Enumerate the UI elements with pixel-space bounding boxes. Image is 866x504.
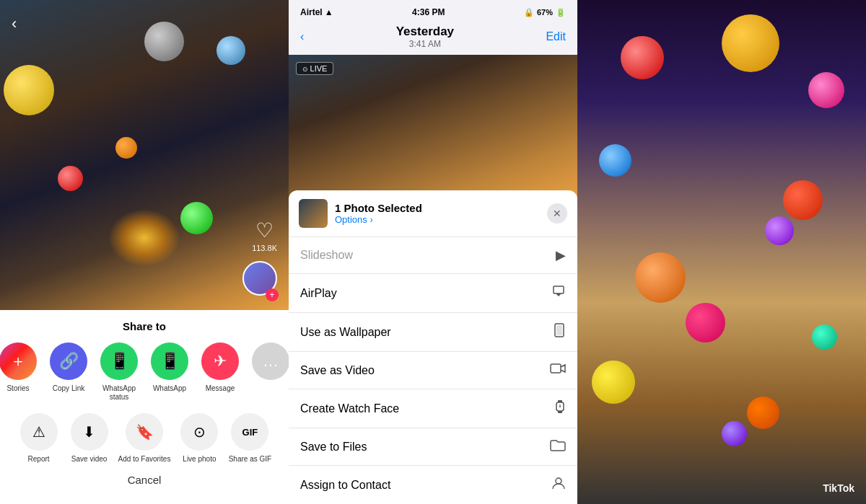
decorative-ball	[747, 397, 779, 429]
live-text: LIVE	[310, 64, 328, 73]
share-item-more[interactable]: …	[249, 342, 289, 402]
share-item-favorites[interactable]: 🔖 Add to Favorites	[118, 413, 171, 464]
whatsapp-icon: 📱	[151, 342, 188, 380]
decorative-ball	[58, 166, 83, 191]
svg-rect-3	[556, 325, 562, 335]
tiktok-video-bg: ‹ + ♡ 113.8K	[0, 0, 289, 310]
save-files-icon	[550, 438, 566, 455]
decorative-ball	[621, 36, 664, 79]
share-item-gif[interactable]: GIF Share as GIF	[228, 413, 271, 464]
copylink-icon: 🔗	[50, 342, 87, 380]
slideshow-label: Slideshow	[300, 249, 353, 262]
share-title: Share to	[123, 320, 166, 332]
action-item-assign-contact[interactable]: Assign to Contact	[289, 466, 577, 504]
whatsapp-label: WhatsApp	[153, 384, 186, 393]
share-item-report[interactable]: ⚠ Report	[17, 413, 61, 464]
decorative-ball	[722, 421, 747, 446]
report-icon: ⚠	[20, 413, 58, 451]
share-item-whatsapp[interactable]: 📱 WhatsApp	[148, 342, 191, 402]
options-link[interactable]: Options ›	[335, 214, 547, 225]
ios-share-panel: Airtel ▲ 4:36 PM 🔒 67% 🔋 ‹ Yesterday 3:4…	[289, 0, 577, 504]
share-sheet: Share to ＋ Stories 🔗 Copy Link 📱 WhatsAp…	[0, 310, 289, 504]
save-video-icon: ⬇	[71, 413, 108, 451]
action-sheet: 1 Photo Selected Options › ✕ Slideshow ▶…	[289, 190, 577, 504]
share-item-wa-status[interactable]: 📱 WhatsApp status	[97, 342, 141, 402]
save-video-label: Save as Video	[300, 364, 375, 377]
nav-subtitle: 3:41 AM	[396, 39, 454, 49]
follow-button[interactable]: +	[266, 288, 279, 301]
save-video-icon	[550, 362, 566, 379]
decorative-ball	[722, 14, 779, 72]
more-icon: …	[252, 342, 289, 380]
decorative-ball	[216, 36, 245, 65]
slideshow-icon: ▶	[556, 247, 566, 263]
time-text: 4:36 PM	[412, 7, 445, 17]
watch-face-icon	[554, 399, 566, 417]
action-sheet-thumbnail	[299, 199, 328, 228]
message-label: Message	[206, 384, 235, 393]
back-button[interactable]: ‹	[300, 30, 304, 43]
nav-title-text: Yesterday	[396, 25, 454, 39]
assign-contact-icon	[551, 476, 566, 494]
wifi-icon: ▲	[325, 7, 333, 17]
like-button[interactable]: ♡ 113.8K	[252, 218, 277, 252]
live-dot: ⊙	[302, 66, 310, 73]
glow-effect	[108, 209, 180, 267]
assign-contact-label: Assign to Contact	[300, 479, 390, 492]
share-item-stories[interactable]: ＋ Stories	[0, 342, 40, 402]
lock-icon: 🔒	[524, 8, 534, 17]
heart-icon: ♡	[255, 218, 274, 242]
stories-icon: ＋	[0, 342, 37, 380]
action-item-save-files[interactable]: Save to Files	[289, 428, 577, 466]
watch-face-label: Create Watch Face	[300, 402, 399, 415]
action-sheet-info: 1 Photo Selected Options ›	[335, 202, 547, 225]
svg-rect-6	[558, 400, 562, 402]
save-video-label: Save video	[71, 455, 107, 464]
close-button[interactable]: ✕	[547, 203, 567, 224]
decorative-ball	[808, 72, 844, 108]
gif-label: Share as GIF	[229, 455, 271, 464]
decorative-ball	[635, 252, 686, 303]
like-count: 113.8K	[252, 244, 277, 252]
action-item-wallpaper[interactable]: Use as Wallpaper	[289, 313, 577, 352]
favorites-icon: 🔖	[126, 413, 163, 451]
wallpaper-icon	[553, 323, 566, 341]
status-left: Airtel ▲	[300, 7, 333, 17]
selected-count: 1 Photo Selected	[335, 202, 547, 214]
gif-icon: GIF	[231, 413, 268, 451]
airplay-label: AirPlay	[300, 287, 337, 300]
edit-button[interactable]: Edit	[546, 30, 566, 43]
back-button[interactable]: ‹	[12, 14, 17, 33]
share-item-copylink[interactable]: 🔗 Copy Link	[47, 342, 90, 402]
svg-point-10	[556, 478, 561, 484]
photo-panel: TikTok	[577, 0, 866, 504]
live-photo-label: Live photo	[183, 455, 216, 464]
action-item-airplay[interactable]: AirPlay	[289, 274, 577, 313]
decorative-ball	[812, 324, 837, 350]
wallpaper-label: Use as Wallpaper	[300, 326, 391, 339]
action-item-watch-face[interactable]: Create Watch Face	[289, 389, 577, 428]
share-item-save-video[interactable]: ⬇ Save video	[68, 413, 111, 464]
report-label: Report	[28, 455, 50, 464]
status-right: 🔒 67% 🔋	[524, 8, 566, 17]
decorative-ball	[783, 180, 823, 220]
carrier-text: Airtel	[300, 7, 323, 17]
action-item-slideshow[interactable]: Slideshow ▶	[289, 237, 577, 274]
message-icon: ✈	[201, 342, 239, 380]
action-sheet-header: 1 Photo Selected Options › ✕	[289, 190, 577, 237]
share-item-message[interactable]: ✈ Message	[198, 342, 242, 402]
decorative-ball	[115, 137, 137, 159]
svg-rect-0	[554, 286, 564, 293]
share-icons-row2: ⚠ Report ⬇ Save video 🔖 Add to Favorites…	[0, 413, 289, 464]
share-item-live-photo[interactable]: ⊙ Live photo	[178, 413, 221, 464]
battery-text: 67%	[537, 8, 553, 17]
photo-preview: ⊙ LIVE	[289, 55, 577, 199]
action-list: Slideshow ▶ AirPlay Use as Wallpaper	[289, 237, 577, 504]
cancel-button[interactable]: Cancel	[128, 474, 162, 486]
airplay-icon	[551, 284, 566, 302]
wa-status-icon: 📱	[100, 342, 138, 380]
action-item-save-video[interactable]: Save as Video	[289, 352, 577, 389]
nav-title: Yesterday 3:41 AM	[396, 25, 454, 49]
ios-nav: ‹ Yesterday 3:41 AM Edit	[289, 20, 577, 55]
wa-status-label: WhatsApp status	[97, 384, 141, 402]
